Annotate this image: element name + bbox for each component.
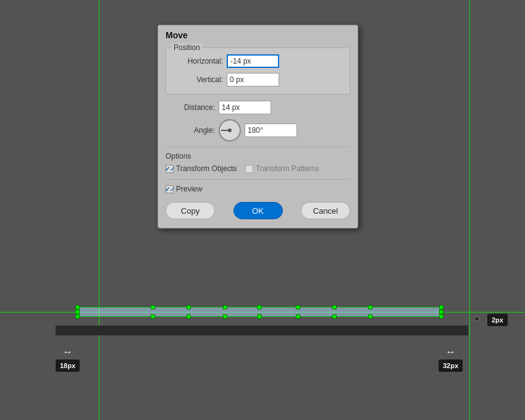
- options-section: Options ✓ Transform Objects Transform Pa…: [166, 152, 350, 173]
- options-row: ✓ Transform Objects Transform Patterns: [166, 164, 350, 173]
- handle-mr: [439, 310, 443, 314]
- handle-ml: [75, 310, 80, 314]
- preview-checkbox[interactable]: ✓ Preview: [166, 185, 203, 193]
- badge-2px: 2px: [487, 314, 508, 326]
- canvas-area: 2px ↔ 18px ↔ 32px Move Position Horizont…: [0, 0, 525, 420]
- distance-input[interactable]: [219, 101, 271, 114]
- handle-b4: [296, 314, 300, 319]
- ok-button[interactable]: OK: [233, 202, 283, 219]
- transform-patterns-label: Transform Patterns: [256, 164, 319, 173]
- angle-dial[interactable]: [219, 119, 241, 141]
- distance-label: Distance:: [166, 103, 215, 112]
- vertical-input[interactable]: [227, 73, 279, 86]
- move-dialog: Move Position Horizontal: Vertical: Dist…: [158, 25, 358, 229]
- measurement-left: ↔ 18px: [56, 347, 80, 372]
- transform-objects-label: Transform Objects: [176, 164, 237, 173]
- handle-t4: [296, 305, 300, 309]
- horizontal-input[interactable]: [227, 54, 279, 68]
- handle-t1: [151, 305, 155, 309]
- separator: [166, 146, 350, 147]
- dialog-title: Move: [158, 25, 358, 44]
- horizontal-row: Horizontal:: [174, 54, 342, 68]
- preview-check-box: ✓: [166, 185, 174, 193]
- handle-tl: [75, 305, 80, 309]
- measurement-right: ↔ 32px: [439, 347, 463, 372]
- handle-b1: [151, 314, 155, 319]
- angle-label: Angle:: [166, 126, 215, 135]
- handle-bm: [258, 314, 262, 319]
- handle-tr: [439, 305, 443, 309]
- transform-patterns-check-box: [245, 165, 253, 173]
- vertical-label: Vertical:: [174, 75, 223, 84]
- dark-bar: [56, 326, 468, 335]
- preview-label: Preview: [176, 185, 203, 193]
- anchor-dot: [474, 316, 479, 321]
- handle-b5: [332, 314, 337, 319]
- position-group: Position Horizontal: Vertical:: [166, 48, 350, 94]
- handle-b6: [368, 314, 372, 319]
- handle-t6: [368, 305, 372, 309]
- guide-vertical-left: [99, 0, 99, 420]
- arrow-horizontal-left-icon: ↔: [63, 347, 73, 357]
- handle-b3: [223, 314, 227, 319]
- distance-row: Distance:: [166, 101, 350, 114]
- dialog-body: Position Horizontal: Vertical: Distance:…: [158, 44, 358, 228]
- copy-button[interactable]: Copy: [166, 202, 215, 219]
- button-row: Copy OK Cancel: [166, 202, 350, 219]
- position-group-label: Position: [171, 43, 203, 52]
- cancel-button[interactable]: Cancel: [301, 202, 350, 219]
- transform-objects-check-box: ✓: [166, 165, 174, 173]
- handle-b2: [187, 314, 191, 319]
- badge-18px: 18px: [56, 359, 80, 372]
- preview-row: ✓ Preview: [166, 185, 350, 193]
- handle-bl: [75, 314, 80, 319]
- selected-object-strip: [77, 307, 442, 317]
- horizontal-label: Horizontal:: [174, 57, 223, 65]
- transform-patterns-checkbox[interactable]: Transform Patterns: [245, 164, 319, 173]
- angle-dial-center: [228, 128, 232, 132]
- angle-input[interactable]: [245, 124, 297, 137]
- handle-t2: [187, 305, 191, 309]
- badge-32px: 32px: [439, 359, 463, 372]
- handle-t5: [332, 305, 337, 309]
- guide-vertical-right: [469, 0, 470, 420]
- handle-br: [439, 314, 443, 319]
- options-title: Options: [166, 152, 350, 161]
- transform-objects-checkbox[interactable]: ✓ Transform Objects: [166, 164, 237, 173]
- handle-t3: [223, 305, 227, 309]
- angle-row: Angle:: [166, 119, 350, 141]
- separator2: [166, 179, 350, 180]
- vertical-row: Vertical:: [174, 73, 342, 86]
- handle-tm: [258, 305, 262, 309]
- arrow-horizontal-right-icon: ↔: [446, 347, 456, 357]
